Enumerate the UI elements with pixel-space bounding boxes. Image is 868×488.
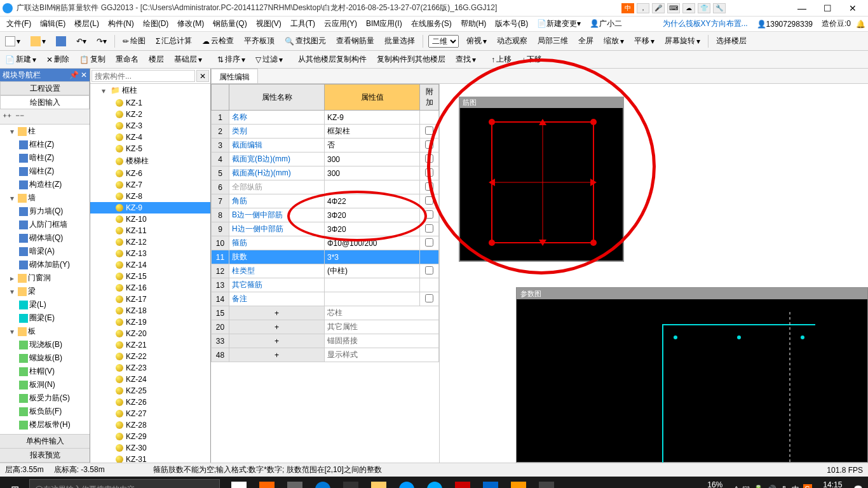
kz-item[interactable]: KZ-16 (90, 282, 210, 294)
tb-folder[interactable] (365, 477, 393, 488)
search-clear-button[interactable]: ✕ (196, 70, 209, 82)
prop-row[interactable]: 10箍筋Φ10@100/200 (212, 236, 439, 250)
question-link[interactable]: 为什么筏板XY方向布置... (659, 17, 752, 30)
tree-item[interactable]: 现浇板(B) (0, 338, 90, 351)
tree-item[interactable]: 梁(L) (0, 298, 90, 311)
task-view-icon[interactable] (225, 477, 253, 488)
phone-label[interactable]: 👤13907298339 (753, 18, 817, 30)
menu-rebar[interactable]: 钢筋量(Q) (209, 17, 250, 30)
prop-ext-row[interactable]: 15+芯柱 (212, 306, 439, 320)
copyfrom-button[interactable]: 从其他楼层复制构件 (295, 53, 369, 66)
prop-row[interactable]: 6全部纵筋 (212, 180, 439, 194)
kz-item[interactable]: KZ-25 (90, 385, 210, 396)
flat-button[interactable]: 平齐板顶 (241, 34, 277, 48)
tree-item[interactable]: 柱帽(V) (0, 365, 90, 378)
tree-item[interactable]: 板负筋(F) (0, 405, 90, 418)
tb-app3[interactable] (421, 477, 449, 488)
tree-item[interactable]: 圈梁(E) (0, 311, 90, 325)
cpu-meter[interactable]: 16%CPU使用 (700, 480, 731, 488)
kz-item[interactable]: KZ-12 (90, 236, 210, 248)
prop-row[interactable]: 8B边一侧中部筋3Φ20 (212, 208, 439, 222)
open-icon[interactable]: ▾ (28, 35, 48, 48)
kz-item[interactable]: KZ-14 (90, 259, 210, 271)
search-input[interactable] (92, 70, 195, 82)
base-select[interactable]: 基础层▾ (172, 53, 205, 66)
ime-punct[interactable]: ， (637, 3, 649, 13)
prop-row[interactable]: 4截面宽(B边)(mm)300 (212, 152, 439, 166)
tree-item[interactable]: 端柱(Z) (0, 165, 90, 178)
filter-button[interactable]: ▽过滤▾ (253, 53, 285, 66)
tb-app1[interactable] (253, 477, 281, 488)
ime-zh[interactable]: 中 (621, 3, 634, 13)
kz-item[interactable]: KZ-19 (90, 316, 210, 328)
kz-item[interactable]: KZ-9 (90, 202, 210, 214)
kz-item[interactable]: KZ-28 (90, 419, 210, 431)
tray-notif-icon[interactable]: 💬 (853, 485, 863, 488)
kz-item[interactable]: KZ-29 (90, 431, 210, 442)
taskbar-search[interactable]: ◯ 在这里输入你要搜索的内容 (29, 479, 220, 488)
kz-item[interactable]: KZ-5 (90, 143, 210, 154)
del-button[interactable]: ✕删除 (44, 53, 72, 66)
up-button[interactable]: ↑上移 (489, 53, 514, 66)
tab-single-input[interactable]: 单构件输入 (0, 435, 90, 449)
kz-item[interactable]: KZ-11 (90, 225, 210, 236)
dim-select[interactable]: 二维 (428, 35, 459, 48)
kz-item[interactable]: KZ-22 (90, 351, 210, 362)
prop-row[interactable]: 5截面高(H边)(mm)300 (212, 166, 439, 180)
local3d-button[interactable]: 局部三维 (535, 34, 571, 48)
menu-edit[interactable]: 编辑(E) (36, 17, 69, 30)
kz-item[interactable]: KZ-15 (90, 271, 210, 282)
prop-ext-row[interactable]: 20+其它属性 (212, 320, 439, 334)
component-tree[interactable]: ▾ 柱 框柱(Z) 暗柱(Z) 端柱(Z) 构造柱(Z)▾ 墙 剪力墙(Q) 人… (0, 125, 90, 434)
rebar-preview[interactable]: 筋图 (459, 97, 624, 262)
redo-icon[interactable]: ↷▾ (94, 36, 109, 47)
draw-button[interactable]: ✏绘图 (120, 34, 148, 48)
tree-item[interactable]: 暗梁(A) (0, 245, 90, 258)
kz-list[interactable]: ▾📁 框柱 KZ-1 KZ-2 KZ-3 KZ-4 KZ-5 楼梯柱 KZ-6 … (90, 84, 210, 463)
tray-battery-icon[interactable]: 🔋 (754, 485, 763, 488)
tree-item[interactable]: 砌体加筋(Y) (0, 258, 90, 271)
canvas-area[interactable]: 筋图 参数图 (440, 84, 868, 463)
kz-item[interactable]: KZ-13 (90, 248, 210, 259)
rename-button[interactable]: 重命名 (113, 53, 141, 66)
prop-row[interactable]: 13其它箍筋 (212, 278, 439, 292)
sum-button[interactable]: Σ 汇总计算 (153, 34, 194, 48)
tree-item[interactable]: 砌体墙(Q) (0, 231, 90, 245)
kz-item[interactable]: KZ-2 (90, 109, 210, 120)
view-rebar-button[interactable]: 查看钢筋量 (334, 34, 377, 48)
tb-app2[interactable] (281, 477, 309, 488)
kz-header[interactable]: ▾📁 框柱 (90, 84, 210, 97)
tree-group[interactable]: ▸ 门窗洞 (0, 271, 90, 285)
maximize-button[interactable]: ☐ (815, 0, 840, 17)
ime-wrench[interactable]: 🔧 (713, 3, 726, 13)
property-table[interactable]: 属性名称属性值附加 1名称KZ-92类别框架柱3截面编辑否4截面宽(B边)(mm… (211, 84, 439, 362)
kz-item[interactable]: KZ-23 (90, 362, 210, 374)
tree-group[interactable]: ▾ 墙 (0, 191, 90, 205)
menu-tool[interactable]: 工具(T) (287, 17, 319, 30)
kz-item[interactable]: KZ-4 (90, 132, 210, 143)
collapse-icon[interactable]: ⁻⁻ (15, 112, 24, 122)
zoom-button[interactable]: 缩放▾ (601, 34, 627, 48)
prop-row[interactable]: 9H边一侧中部筋3Φ20 (212, 222, 439, 236)
ime-mic[interactable]: 🎤 (652, 3, 665, 13)
kz-item[interactable]: KZ-3 (90, 120, 210, 132)
prop-row[interactable]: 12柱类型(中柱) (212, 264, 439, 278)
kz-item[interactable]: KZ-20 (90, 328, 210, 339)
tree-group[interactable]: ▾ 柱 (0, 125, 90, 138)
copy-button[interactable]: 📋复制 (77, 53, 108, 66)
prop-tab[interactable]: 属性编辑 (211, 69, 258, 83)
menu-modify[interactable]: 修改(M) (173, 17, 208, 30)
tb-ie[interactable] (393, 477, 421, 488)
tree-item[interactable]: 板洞(N) (0, 378, 90, 391)
nav-tab-settings[interactable]: 工程设置 (0, 81, 90, 95)
start-button[interactable]: ⊞ (0, 477, 29, 488)
user-button[interactable]: 👤广小二 (586, 17, 626, 30)
kz-item[interactable]: KZ-6 (90, 168, 210, 179)
search2-button[interactable]: 查找▾ (453, 53, 478, 66)
menu-file[interactable]: 文件(F) (3, 17, 35, 30)
menu-version[interactable]: 版本号(B) (491, 17, 532, 30)
rotate-button[interactable]: 屏幕旋转▾ (662, 34, 703, 48)
down-button[interactable]: ↓下移 (519, 53, 545, 66)
find-button[interactable]: 🔍查找图元 (282, 34, 329, 48)
menu-floor[interactable]: 楼层(L) (71, 17, 103, 30)
